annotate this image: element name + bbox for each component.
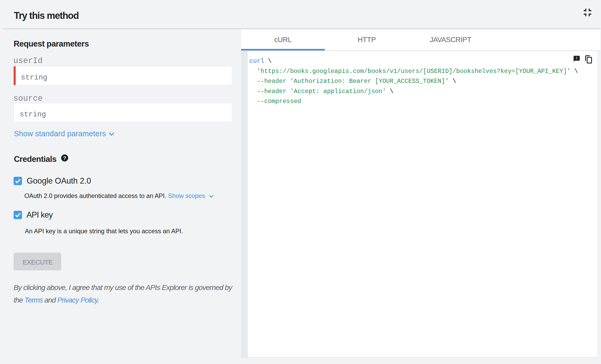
- svg-text:?: ?: [63, 155, 66, 161]
